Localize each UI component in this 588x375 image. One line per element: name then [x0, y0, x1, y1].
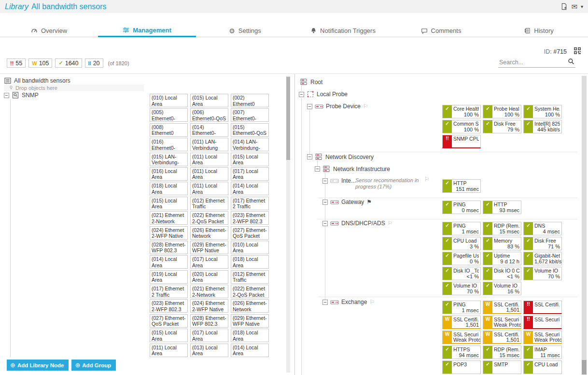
tab-management[interactable]: Management — [98, 24, 196, 37]
tree-row-probe-device[interactable]: Probe Device ⚐ — [307, 103, 368, 110]
sensor-tile[interactable]: ✓ Volume IO ... 16 % — [483, 282, 521, 295]
sensor-tile[interactable]: !! SSL Certifi... — [523, 301, 562, 314]
library-sensor-tile[interactable]: (021) Ethernet 2-Network — [150, 211, 188, 225]
tab-comments[interactable]: Comments — [392, 24, 490, 37]
library-sensor-tile[interactable]: (015) Ethernet0-QoS Packet — [231, 123, 269, 137]
priority-flag-icon[interactable]: ⚐ — [424, 176, 430, 182]
library-sensor-tile[interactable]: (020) Local Area — [190, 270, 228, 284]
library-sensor-tile[interactable]: (028) Ethernet-WFP 802.3 — [190, 314, 228, 328]
sensor-tile[interactable]: W SSL Certifi... 1,501 — [442, 316, 481, 329]
library-sensor-tile[interactable]: (018) Local Area — [231, 255, 269, 269]
collapse-toggle[interactable] — [322, 221, 328, 226]
sensor-tile[interactable]: ✓ RDP (Rem... 15 msec — [483, 346, 521, 359]
status-badge[interactable]: !!55 — [7, 58, 26, 68]
library-sensor-tile[interactable]: (014) Local Area — [150, 255, 188, 269]
tab-notification-triggers[interactable]: Notification Triggers — [294, 24, 392, 37]
sensor-tile[interactable]: ✓ Uptime 9 d 12 h — [483, 252, 521, 265]
library-sensor-tile[interactable]: (007) Ethernet0-WFP 802.3 — [231, 108, 269, 122]
priority-flag-icon[interactable]: ⚐ — [388, 220, 393, 226]
library-sensor-tile[interactable]: (026) Ethernet-Network — [231, 299, 269, 313]
sensor-tile[interactable]: ✓ Core Health 100 % — [442, 105, 481, 118]
sensor-tile[interactable]: ✓ PING 1 msec — [442, 301, 481, 314]
library-sensor-tile[interactable]: (027) Ethernet-QoS Packet — [150, 314, 188, 328]
library-sensor-tile[interactable]: (017) Local Area — [190, 329, 228, 342]
search-input[interactable] — [498, 58, 575, 68]
priority-flag-icon[interactable]: ⚑ — [366, 199, 372, 205]
library-sensor-tile[interactable]: (012) Ethernet Traffic — [190, 197, 228, 210]
tree-row-exchange[interactable]: Exchange ⚐ — [322, 299, 375, 305]
sensor-tile[interactable]: ✓ Volume IO ... 70 % — [523, 267, 562, 280]
library-sensor-tile[interactable]: (028) Ethernet-WFP 802.3 — [150, 241, 188, 254]
library-sensor-tile[interactable]: (005) Ethernet0-WFP Native — [150, 108, 188, 122]
collapse-toggle[interactable] — [322, 178, 328, 184]
library-sensor-tile[interactable]: (029) Ethernet-WFP Native — [190, 241, 228, 254]
tree-row-local-probe[interactable]: Local Probe — [299, 90, 348, 98]
library-sensor-tile[interactable]: (015) Local Area — [190, 94, 228, 107]
library-sensor-tile[interactable]: (012) Ethernet Traffic — [231, 270, 269, 284]
status-badge[interactable]: II20 — [85, 58, 103, 68]
scrollbar-track[interactable] — [582, 76, 587, 375]
sensor-tile[interactable]: W SSL Securi... Weak Proto... — [523, 331, 562, 344]
library-node-snmp[interactable]: SNMP — [4, 91, 39, 99]
status-badge[interactable]: W105 — [28, 58, 52, 68]
library-sensor-tile[interactable]: (027) Ethernet-QoS Packet — [231, 226, 269, 240]
library-sensor-tile[interactable]: (014) Local Area — [231, 182, 269, 195]
search-icon[interactable] — [568, 58, 574, 67]
sensor-tile[interactable]: ✓ RDP (Rem... 15 msec — [483, 222, 521, 235]
library-sensor-tile[interactable]: (015) Local Area — [231, 153, 269, 166]
tree-row-internet[interactable]: Inte... — [322, 177, 356, 184]
library-sensor-tile[interactable]: (015) LAN-Verbindung- — [150, 153, 188, 166]
collapse-toggle[interactable] — [4, 93, 9, 98]
collapse-toggle[interactable] — [315, 166, 320, 172]
library-sensor-tile[interactable]: (017) Local Area — [190, 255, 228, 269]
sensor-tile[interactable]: ✓ CPU Load 3 % — [442, 237, 481, 250]
sensor-tile[interactable]: ✓ Volume IO ... 70 % — [442, 282, 481, 295]
sensor-tile[interactable]: ✓ Probe Heal... 100 % — [483, 105, 521, 118]
library-sensor-tile[interactable]: (017) Ethernet 2 Traffic — [231, 197, 269, 210]
library-sensor-tile[interactable]: (024) Ethernet 2-WFP Native — [150, 226, 188, 240]
sensor-tile[interactable]: ✓ PING 0 msec — [442, 201, 481, 214]
scrollbar-thumb[interactable] — [582, 360, 587, 375]
tab-history[interactable]: History — [490, 24, 588, 37]
add-group-button[interactable]: ⊕ Add Group — [71, 360, 116, 371]
library-sensor-tile[interactable]: (017) Local Area — [231, 167, 269, 181]
sensor-tile[interactable]: ✓ Intel[R] 825... 445 kbit/s — [523, 120, 562, 133]
tree-row-root[interactable]: Root — [300, 78, 322, 86]
tree-row-network-infrastructure[interactable]: Network Infrastructure — [315, 165, 390, 173]
sensor-tile[interactable]: ✓ Disk Free 71 % — [523, 237, 562, 250]
chevron-down-icon[interactable]: ▾ — [581, 4, 583, 9]
library-sensor-tile[interactable]: (002) Ethernet0 Traffic — [231, 94, 269, 107]
library-sensor-tile[interactable]: (024) Ethernet 2-WFP Native — [190, 299, 228, 313]
library-sensor-tile[interactable]: (014) Ethernet0-WFP Native — [190, 123, 228, 137]
collapse-toggle[interactable] — [322, 300, 328, 305]
library-sensor-tile[interactable]: (022) Ethernet 2-QoS Packet — [190, 211, 228, 225]
library-sensor-tile[interactable]: (011) Local Area — [190, 153, 228, 166]
add-library-node-button[interactable]: ⊕ Add Library Node — [7, 360, 69, 371]
library-sensor-tile[interactable]: (019) Local Area — [150, 270, 188, 284]
library-sensor-tile[interactable]: (022) Ethernet 2-QoS Packet — [231, 285, 269, 298]
scrollbar-thumb[interactable] — [286, 77, 290, 160]
library-sensor-tile[interactable]: (010) Local Area — [150, 94, 188, 107]
sensor-tile[interactable]: ✓ Common S... 100 % — [442, 120, 481, 133]
library-sensor-tile[interactable]: (026) Ethernet-Network — [190, 226, 228, 240]
tree-row-network-discovery[interactable]: Network Discovery — [307, 153, 374, 160]
sensor-tile[interactable]: ✓ Disk Free 79 % — [483, 120, 521, 133]
library-sensor-tile[interactable]: (018) Local Area — [150, 182, 188, 195]
library-sensor-tile[interactable]: (006) Ethernet0-QoS Packet — [190, 108, 228, 122]
add-report-icon[interactable] — [560, 3, 568, 10]
sensor-tile[interactable]: W SSL Certifi... 1,501 — [483, 301, 521, 314]
sensor-tile[interactable]: ✓ System He... 100 % — [523, 105, 562, 118]
library-sensor-tile[interactable]: (014) LAN-Verbindung-QoS — [231, 138, 269, 151]
collapse-toggle[interactable] — [307, 104, 312, 109]
sensor-tile[interactable]: ✓ Disk IO _To... <1 % — [442, 267, 481, 280]
library-sensor-tile[interactable]: (011) Local Area — [190, 167, 228, 181]
library-sensor-tile[interactable]: (011) Local Area — [190, 182, 228, 195]
sensor-tile[interactable]: !! SNMP CPU... — [442, 135, 481, 148]
sensor-tile[interactable]: ✓ PING 1 msec — [442, 222, 481, 235]
sensor-tile[interactable]: ✓ HTTP 93 msec — [483, 201, 521, 214]
sensor-tile[interactable]: W SSL Securi... Weak Proto... — [442, 331, 481, 344]
library-root-row[interactable]: All bandwidth sensors — [4, 77, 70, 85]
collapse-toggle[interactable] — [322, 200, 328, 205]
collapse-toggle[interactable] — [307, 154, 312, 159]
tab-settings[interactable]: ⚙ Settings — [196, 24, 294, 37]
